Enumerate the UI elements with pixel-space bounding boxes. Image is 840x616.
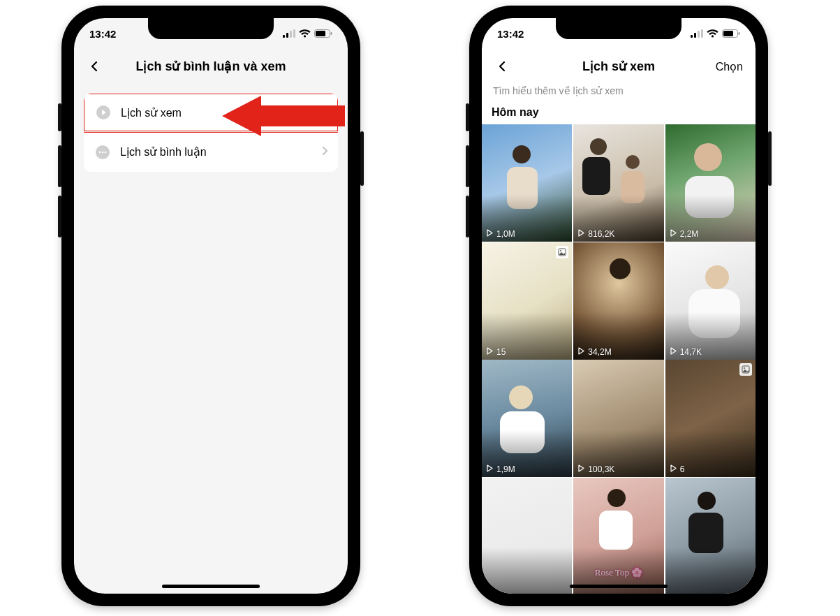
clock: 13:42 <box>89 28 116 40</box>
svg-rect-0 <box>283 35 285 38</box>
svg-point-9 <box>99 151 101 153</box>
comment-icon <box>95 145 110 160</box>
svg-rect-18 <box>723 31 733 36</box>
svg-point-10 <box>102 151 104 153</box>
play-outline-icon <box>486 229 494 239</box>
play-outline-icon <box>486 347 494 357</box>
info-banner-label: Tìm hiểu thêm về lịch sử xem <box>493 85 624 96</box>
view-count-value: 14,7K <box>680 347 702 357</box>
view-count: 1,9M <box>486 464 515 474</box>
view-count-value: 1,0M <box>496 229 515 239</box>
video-thumbnail[interactable] <box>665 478 756 594</box>
back-button[interactable] <box>492 56 513 77</box>
play-outline-icon <box>577 229 585 239</box>
video-thumbnail[interactable]: 2,2M <box>665 124 756 242</box>
clock: 13:42 <box>497 28 524 40</box>
video-thumbnail[interactable]: 34,2M <box>573 242 663 360</box>
view-count: 100,3K <box>577 464 614 474</box>
menu-item-label: Lịch sử bình luận <box>120 145 207 159</box>
svg-rect-1 <box>286 33 288 38</box>
chevron-right-icon <box>321 146 328 159</box>
wifi-icon <box>707 29 719 38</box>
image-post-badge-icon <box>739 363 752 376</box>
video-history-grid: 1,0M816,2K2,2M1534,2M14,7K1,9M100,3K6Ros… <box>482 124 756 594</box>
annotation-arrow-icon <box>222 93 348 139</box>
view-count: 15 <box>486 347 506 357</box>
video-thumbnail[interactable]: 6 <box>665 360 756 477</box>
video-thumbnail[interactable]: 100,3K <box>573 360 663 477</box>
svg-marker-12 <box>222 96 345 136</box>
svg-rect-6 <box>331 32 332 35</box>
phone-mock-right: 13:42 Lịch sử xem <box>469 6 768 606</box>
play-outline-icon <box>486 464 494 474</box>
view-count-value: 34,2M <box>588 347 611 357</box>
view-count: 34,2M <box>577 347 611 357</box>
view-count-value: 1,9M <box>496 464 515 474</box>
select-button-label: Chọn <box>716 61 743 73</box>
play-outline-icon <box>577 347 585 357</box>
svg-rect-15 <box>698 31 700 38</box>
svg-point-21 <box>560 250 561 251</box>
battery-icon <box>314 29 332 38</box>
screen-right: 13:42 Lịch sử xem <box>482 18 756 594</box>
play-outline-icon <box>670 229 677 239</box>
view-count: 2,2M <box>670 229 699 239</box>
wifi-icon <box>299 29 311 38</box>
section-heading-today: Hôm nay <box>492 106 539 119</box>
view-count-value: 100,3K <box>588 464 614 474</box>
page-title: Lịch sử xem <box>582 59 655 74</box>
cellular-signal-icon <box>283 29 295 38</box>
svg-rect-3 <box>293 29 295 38</box>
svg-rect-14 <box>694 33 696 38</box>
notch <box>556 18 681 39</box>
video-thumbnail[interactable]: 14,7K <box>665 242 756 360</box>
view-count-value: 15 <box>496 347 506 357</box>
select-button[interactable]: Chọn <box>716 60 743 73</box>
svg-rect-19 <box>739 32 740 35</box>
battery-icon <box>722 29 740 38</box>
svg-rect-5 <box>316 31 325 36</box>
cellular-signal-icon <box>691 29 703 38</box>
view-count: 1,0M <box>486 229 515 239</box>
svg-rect-13 <box>691 35 693 38</box>
notch <box>148 18 274 39</box>
view-count: 6 <box>670 464 685 474</box>
view-count: 816,2K <box>577 229 614 239</box>
video-thumbnail[interactable]: 1,0M <box>482 124 572 242</box>
play-outline-icon <box>670 347 677 357</box>
view-count-value: 2,2M <box>680 229 699 239</box>
view-count: 14,7K <box>670 347 702 357</box>
page-header: Lịch sử bình luận và xem <box>74 49 348 84</box>
menu-content: Lịch sử xem Lịch sử bình luận <box>74 84 348 594</box>
play-outline-icon <box>670 464 677 474</box>
video-thumbnail[interactable]: 15 <box>482 242 572 360</box>
page-title: Lịch sử bình luận và xem <box>135 59 286 74</box>
video-thumbnail[interactable]: 1,9M <box>482 360 572 477</box>
menu-item-label: Lịch sử xem <box>121 106 182 119</box>
svg-point-11 <box>105 151 107 153</box>
page-header: Lịch sử xem Chọn <box>482 49 756 84</box>
home-indicator[interactable] <box>570 585 668 588</box>
image-post-badge-icon <box>556 246 568 258</box>
svg-point-23 <box>744 367 745 369</box>
play-outline-icon <box>577 464 585 474</box>
svg-rect-2 <box>290 31 292 38</box>
video-thumbnail[interactable]: Rose Top 🌸 <box>573 478 663 594</box>
info-banner[interactable]: Tìm hiểu thêm về lịch sử xem <box>493 85 624 96</box>
video-thumbnail[interactable] <box>482 478 572 594</box>
view-count-value: 816,2K <box>588 229 614 239</box>
home-indicator[interactable] <box>162 585 260 588</box>
video-thumbnail[interactable]: 816,2K <box>573 124 663 242</box>
view-count-value: 6 <box>680 464 685 474</box>
back-button[interactable] <box>84 56 105 77</box>
play-circle-icon <box>96 105 111 120</box>
svg-rect-16 <box>701 29 703 38</box>
